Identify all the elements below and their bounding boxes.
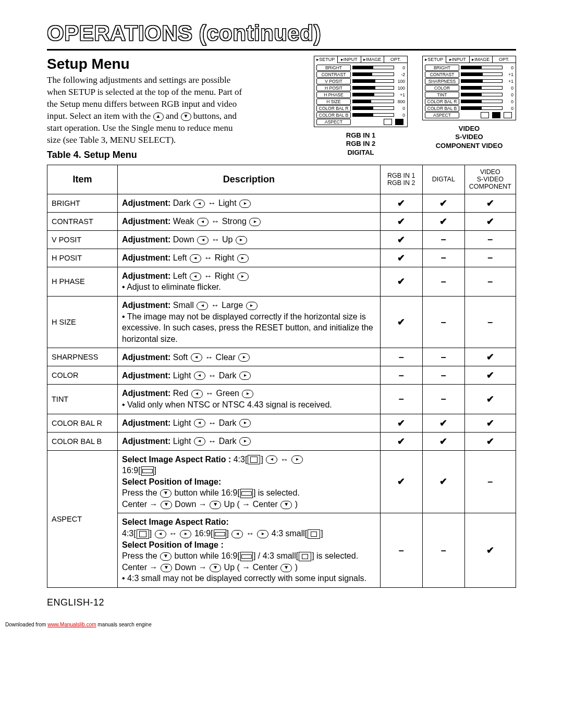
support-cell: ✔ [464, 348, 516, 366]
aspect-desc-1: Select Image Aspect Ratio : 4:3[] ◂ ↔ ▸ … [118, 450, 381, 513]
aspect1-video: – [464, 450, 516, 513]
aspect-desc-2: Select Image Aspect Ratio: 4:3[] ◂ ↔ ▸ 1… [118, 513, 381, 588]
row-description: Adjustment: Light ◂ ↔ Dark ▸ [118, 432, 381, 450]
ratio-169-icon [240, 552, 253, 561]
support-cell: ✔ [380, 194, 422, 212]
right-button-icon: ▸ [242, 390, 253, 398]
support-cell: ✔ [380, 212, 422, 230]
row-item: CONTRAST [47, 212, 118, 230]
ratio-43-icon [137, 529, 149, 539]
row-item: H SIZE [47, 296, 118, 348]
col-digital: DIGTAL [422, 165, 464, 194]
right-button-icon: ▸ [237, 254, 249, 263]
row-item: COLOR BAL R [47, 414, 118, 432]
aspect1-digital: ✔ [422, 450, 464, 513]
left-button-icon: ◂ [266, 455, 277, 464]
left-button-icon: ◂ [190, 273, 201, 281]
row-description: Adjustment: Light ◂ ↔ Dark ▸ [118, 414, 381, 432]
right-button-icon: ▸ [236, 236, 247, 244]
support-cell: ✔ [380, 432, 422, 450]
support-cell: – [422, 230, 464, 249]
col-rgb: RGB IN 1RGB IN 2 [380, 165, 422, 194]
osd-row: H PHASE+1 [316, 91, 405, 98]
ratio-169-icon [214, 529, 226, 539]
table-caption: Table 4. Setup Menu [47, 150, 245, 161]
row-description: Adjustment: Light ◂ ↔ Dark ▸ [118, 366, 381, 385]
right-button-icon: ▸ [249, 218, 261, 226]
osd-tab-image: ▸IMAGE [361, 56, 385, 63]
support-cell: – [422, 366, 464, 385]
right-button-icon: ▸ [291, 455, 303, 464]
setup-heading: Setup Menu [47, 56, 245, 72]
support-cell: ✔ [380, 267, 422, 296]
osd-row: CONTRAST-2 [316, 71, 405, 78]
right-button-icon: ▸ [239, 419, 251, 427]
right-button-icon: ▸ [237, 273, 249, 281]
osd-caption-left: RGB IN 1 RGB IN 2 DIGITAL [314, 131, 408, 157]
support-cell: ✔ [422, 414, 464, 432]
osd-row: SHARPNESS+1 [425, 78, 513, 84]
support-cell: ✔ [464, 366, 516, 385]
support-cell: – [422, 249, 464, 267]
support-cell: ✔ [380, 414, 422, 432]
left-button-icon: ◂ [197, 218, 209, 226]
support-cell: – [380, 366, 422, 385]
osd-row: TINT0 [425, 91, 513, 98]
row-description: Adjustment: Left ◂ ↔ Right ▸ [118, 249, 381, 267]
osd-screenshot-rgb: ▸SETUP ▸INPUT ▸IMAGE OPT. BRIGHT0CONTRAS… [314, 56, 408, 127]
row-item: COLOR BAL B [47, 432, 118, 450]
table-row: COLORAdjustment: Light ◂ ↔ Dark ▸––✔ [47, 366, 516, 385]
down-button-icon: ▼ [210, 564, 221, 572]
table-row: COLOR BAL RAdjustment: Light ◂ ↔ Dark ▸✔… [47, 414, 516, 432]
table-row: SHARPNESSAdjustment: Soft ◂ ↔ Clear ▸––✔ [47, 348, 516, 366]
row-description: Adjustment: Left ◂ ↔ Right ▸• Adjust to … [118, 267, 381, 296]
ratio-169-icon [141, 466, 154, 476]
left-button-icon: ◂ [193, 200, 205, 208]
aspect1-rgb: ✔ [380, 450, 422, 513]
osd-tab-input: ▸INPUT [446, 56, 470, 63]
support-cell: – [464, 296, 516, 348]
download-bar: Downloaded from www.Manualslib.com manua… [0, 619, 563, 633]
osd-tab-setup: ▸SETUP [423, 56, 446, 63]
row-item: H POSIT [47, 249, 118, 267]
support-cell: ✔ [464, 385, 516, 414]
support-cell: ✔ [464, 194, 516, 212]
osd-row: BRIGHT0 [425, 64, 513, 71]
support-cell: – [464, 230, 516, 249]
row-description: Adjustment: Dark ◂ ↔ Light ▸ [118, 194, 381, 212]
osd-row: BRIGHT0 [316, 64, 405, 71]
right-button-icon: ▸ [257, 530, 268, 538]
osd-row: V POSIT100 [316, 78, 405, 84]
table-row: H PHASEAdjustment: Left ◂ ↔ Right ▸• Adj… [47, 267, 516, 296]
osd-caption-right: VIDEO S-VIDEO COMPONENT VIDEO [422, 125, 516, 150]
ratio-169-icon [240, 489, 253, 498]
support-cell: – [422, 385, 464, 414]
row-item: BRIGHT [47, 194, 118, 212]
support-cell: ✔ [380, 249, 422, 267]
row-item: V POSIT [47, 230, 118, 249]
support-cell: ✔ [422, 212, 464, 230]
up-button-icon: ▲ [153, 113, 164, 121]
down-button-icon: ▼ [280, 501, 292, 509]
right-button-icon: ▸ [239, 200, 251, 208]
support-cell: – [422, 267, 464, 296]
osd-row: H SIZE800 [316, 98, 405, 105]
col-description: Description [118, 165, 381, 194]
left-button-icon: ◂ [191, 390, 203, 398]
osd-row: COLOR BAL B0 [425, 105, 513, 112]
osd-screenshot-video: ▸SETUP ▸INPUT ▸IMAGE OPT. BRIGHT0CONTRAS… [422, 56, 516, 120]
left-button-icon: ◂ [155, 530, 166, 538]
osd-row: COLOR BAL R0 [425, 98, 513, 105]
osd-aspect-row: ASPECT [316, 118, 405, 126]
support-cell: – [422, 296, 464, 348]
row-item: H PHASE [47, 267, 118, 296]
manualslib-link[interactable]: www.Manualslib.com [47, 622, 96, 627]
down-button-icon: ▼ [161, 564, 172, 572]
row-description: Adjustment: Soft ◂ ↔ Clear ▸ [118, 348, 381, 366]
col-video: VIDEOS-VIDEOCOMPONENT [464, 165, 516, 194]
osd-tab-setup: ▸SETUP [314, 56, 338, 63]
right-button-icon: ▸ [180, 530, 191, 538]
left-button-icon: ◂ [194, 437, 205, 446]
osd-row: COLOR BAL R0 [316, 105, 405, 112]
col-item: Item [47, 165, 118, 194]
